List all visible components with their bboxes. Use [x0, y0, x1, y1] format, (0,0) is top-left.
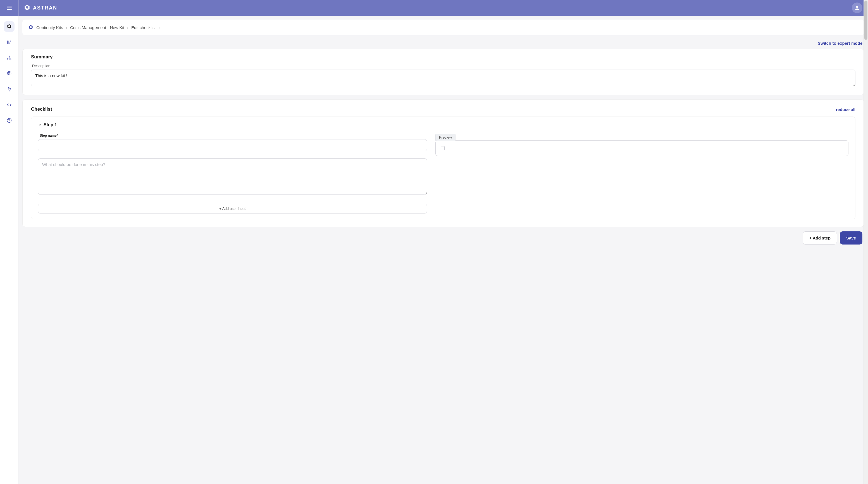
user-avatar[interactable]: [852, 2, 862, 13]
preview-checkbox[interactable]: [441, 146, 444, 150]
add-step-button[interactable]: + Add step: [803, 231, 837, 244]
preview-label: Preview: [435, 134, 456, 141]
hexagon-icon: [6, 24, 12, 29]
sidebar-item-library[interactable]: [4, 37, 14, 48]
sidebar-item-api[interactable]: [4, 99, 14, 110]
topbar: ASTRAN: [19, 0, 868, 16]
summary-card: Summary Description: [22, 49, 864, 95]
chevron-right-icon: ›: [159, 25, 160, 30]
description-input[interactable]: [31, 69, 856, 86]
svg-rect-4: [7, 59, 8, 60]
breadcrumb-home-icon[interactable]: [28, 25, 33, 30]
svg-rect-6: [10, 59, 11, 60]
brand[interactable]: ASTRAN: [24, 4, 57, 11]
breadcrumb-item-1[interactable]: Continuity Kits: [36, 25, 63, 30]
svg-rect-5: [9, 59, 9, 60]
checklist-card: Checklist reduce all Step 1 Step name*: [22, 99, 864, 227]
brand-logo-icon: [24, 4, 31, 11]
switch-expert-mode-link[interactable]: Switch to expert mode: [22, 40, 864, 49]
plug-icon: [6, 86, 12, 92]
save-button[interactable]: Save: [840, 231, 862, 244]
description-label: Description: [32, 64, 856, 68]
footer-actions: + Add step Save: [22, 231, 864, 250]
svg-rect-1: [8, 40, 9, 44]
hamburger-icon: [7, 6, 12, 10]
preview-box: [435, 140, 848, 156]
step-name-label: Step name*: [40, 133, 427, 138]
sidebar: [0, 0, 19, 484]
svg-rect-0: [7, 40, 8, 44]
reduce-all-link[interactable]: reduce all: [836, 107, 856, 112]
svg-point-8: [856, 6, 858, 8]
step-panel: Step 1 Step name* + Add user input: [31, 117, 856, 219]
chevron-right-icon: ›: [127, 25, 128, 30]
step-name-input[interactable]: [38, 139, 427, 151]
sidebar-item-org[interactable]: [4, 53, 14, 63]
checklist-title: Checklist: [31, 107, 52, 112]
library-icon: [6, 39, 12, 45]
summary-title: Summary: [31, 54, 856, 60]
brand-name: ASTRAN: [33, 5, 57, 11]
step-body-input[interactable]: [38, 158, 427, 195]
scrollbar[interactable]: [864, 0, 868, 484]
sidebar-item-kits[interactable]: [4, 21, 14, 32]
help-icon: [6, 118, 12, 123]
step-header-label: Step 1: [43, 122, 57, 127]
sidebar-item-security[interactable]: [4, 68, 14, 79]
breadcrumb: Continuity Kits › Crisis Management - Ne…: [22, 20, 864, 35]
svg-rect-3: [9, 56, 9, 57]
step-toggle[interactable]: Step 1: [38, 122, 848, 127]
svg-rect-2: [9, 40, 10, 44]
chevron-right-icon: ›: [66, 25, 67, 30]
person-icon: [854, 5, 860, 11]
add-user-input-button[interactable]: + Add user input: [38, 204, 427, 213]
sidebar-menu-toggle[interactable]: [0, 0, 18, 16]
sidebar-item-integrations[interactable]: [4, 84, 14, 94]
scrollbar-thumb[interactable]: [864, 1, 867, 40]
sidebar-item-help[interactable]: [4, 115, 14, 126]
chevron-down-icon: [38, 123, 42, 127]
org-icon: [6, 55, 12, 61]
breadcrumb-item-2[interactable]: Crisis Management - New Kit: [70, 25, 124, 30]
fingerprint-icon: [6, 71, 12, 76]
breadcrumb-item-3[interactable]: Edit checklist: [131, 25, 156, 30]
code-icon: [6, 102, 12, 108]
